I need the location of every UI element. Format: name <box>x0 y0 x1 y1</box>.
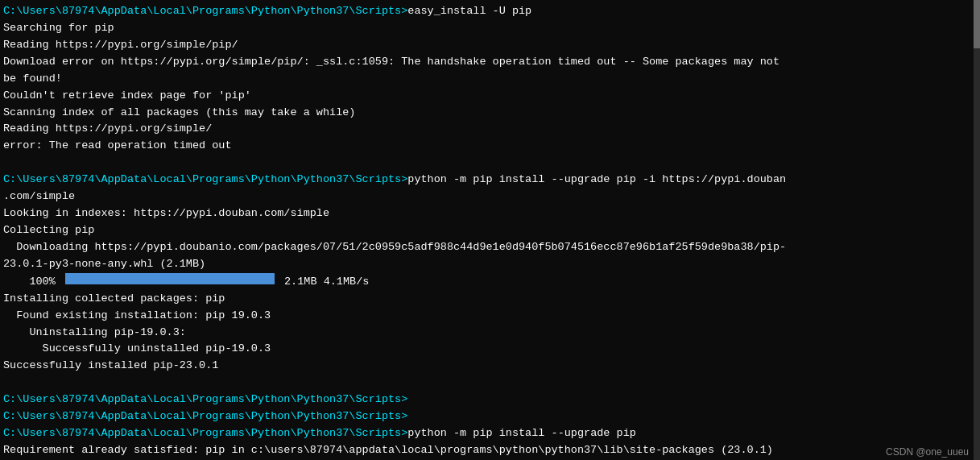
prompt: C:\Users\87974\AppData\Local\Programs\Py… <box>3 427 407 439</box>
terminal-line: Scanning index of all packages (this may… <box>3 105 977 122</box>
terminal-line: .com/simple <box>3 189 977 205</box>
terminal-line: Downloading https://pypi.doubanio.com/pa… <box>3 239 977 256</box>
terminal-line: Download error on https://pypi.org/simpl… <box>3 54 977 71</box>
terminal-line: Reading https://pypi.org/simple/ <box>3 121 977 138</box>
command: python -m pip install --upgrade pip <box>407 427 636 439</box>
command: easy_install -U pip <box>407 5 531 17</box>
terminal-line: Looking in indexes: https://pypi.douban.… <box>3 205 977 222</box>
progress-bar-container <box>62 273 278 284</box>
scrollbar-thumb[interactable] <box>974 0 980 48</box>
terminal-line: C:\Users\87974\AppData\Local\Programs\Py… <box>3 172 977 189</box>
terminal-line: 23.0.1-py3-none-any.whl (2.1MB) <box>3 256 977 273</box>
terminal-line: C:\Users\87974\AppData\Local\Programs\Py… <box>3 392 977 408</box>
terminal-line: Successfully installed pip-23.0.1 <box>3 358 977 375</box>
prompt: C:\Users\87974\AppData\Local\Programs\Py… <box>3 173 407 185</box>
terminal-line: Reading https://pypi.org/simple/pip/ <box>3 37 977 54</box>
csdn-watermark: CSDN @one_uueu <box>886 446 969 458</box>
terminal-line <box>3 155 977 172</box>
terminal-line: Uninstalling pip-19.0.3: <box>3 325 977 342</box>
command: python -m pip install --upgrade pip -i h… <box>407 173 786 185</box>
terminal-line: C:\Users\87974\AppData\Local\Programs\Py… <box>3 3 977 20</box>
terminal-line <box>3 375 977 392</box>
terminal-line: Successfully uninstalled pip-19.0.3 <box>3 341 977 358</box>
terminal-line: Couldn't retrieve index page for 'pip' <box>3 88 977 105</box>
terminal-line: Collecting pip <box>3 222 977 239</box>
terminal-window: C:\Users\87974\AppData\Local\Programs\Py… <box>0 0 980 460</box>
prompt: C:\Users\87974\AppData\Local\Programs\Py… <box>3 5 407 17</box>
progress-bar <box>65 273 275 284</box>
terminal-line: Found existing installation: pip 19.0.3 <box>3 308 977 325</box>
terminal-line: be found! <box>3 71 977 88</box>
progress-line: 100% 2.1MB 4.1MB/s <box>3 273 977 291</box>
scrollbar[interactable] <box>974 0 980 460</box>
terminal-line: error: The read operation timed out <box>3 138 977 155</box>
terminal-line: C:\Users\87974\AppData\Local\Programs\Py… <box>3 408 977 425</box>
terminal-line: Searching for pip <box>3 20 977 37</box>
terminal-line: Installing collected packages: pip <box>3 291 977 308</box>
terminal-line: Requirement already satisfied: pip in c:… <box>3 442 977 459</box>
terminal-line: C:\Users\87974\AppData\Local\Programs\Py… <box>3 425 977 442</box>
